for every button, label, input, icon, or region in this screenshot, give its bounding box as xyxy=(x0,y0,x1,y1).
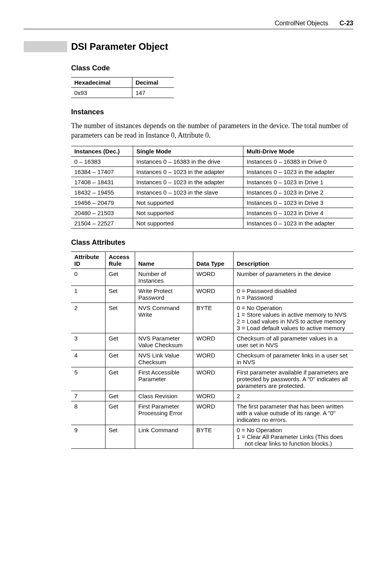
table-cell: WORD xyxy=(193,333,234,350)
table-cell: Get xyxy=(106,333,135,350)
table-cell: Instances 0 – 16383 in the drive xyxy=(133,156,243,166)
table-cell: Link Command xyxy=(135,425,193,448)
table-row: 4GetNVS Link Value ChecksumWORDChecksum … xyxy=(71,350,353,367)
table-cell: Number of Instances xyxy=(135,268,193,285)
table-cell: Instances 0 – 1023 in the adapter xyxy=(133,177,243,187)
table-cell: First parameter available if parameters … xyxy=(234,367,354,391)
table-cell: 17408 – 18431 xyxy=(71,177,133,187)
table-row: 21504 – 22527Not supportedInstances 0 – … xyxy=(71,218,353,228)
table-row: 0GetNumber of InstancesWORDNumber of par… xyxy=(71,268,353,285)
table-cell: Checksum of all parameter values in a us… xyxy=(234,333,354,350)
table-cell: WORD xyxy=(193,285,234,303)
table-cell: Not supported xyxy=(133,208,243,218)
table-cell: 3 xyxy=(71,333,106,350)
table-cell: Get xyxy=(106,350,135,367)
table-cell: 7 xyxy=(71,391,106,401)
table-cell: Not supported xyxy=(133,197,243,208)
table-row: 2SetNVS Command WriteBYTE0 = No Operatio… xyxy=(71,303,353,333)
table-cell: 0 = No Operation 1 = Store values in act… xyxy=(234,303,354,333)
table-cell: 8 xyxy=(71,401,106,425)
table-cell: Instances 0 – 1023 in the adapter xyxy=(133,166,243,177)
inst-h1: Single Mode xyxy=(133,146,243,156)
table-row: 18432 – 19455Instances 0 – 1023 in the s… xyxy=(71,187,353,197)
table-header-cell: Access Rule xyxy=(106,251,135,268)
table-cell: Get xyxy=(106,367,135,391)
class-code-heading: Class Code xyxy=(71,64,353,72)
table-cell: Instances 0 – 1023 in Drive 3 xyxy=(243,197,353,208)
table-cell: Instances 0 – 1023 in Drive 4 xyxy=(243,208,353,218)
class-attributes-heading: Class Attributes xyxy=(71,238,353,247)
table-cell: BYTE xyxy=(193,425,234,448)
table-cell: WORD xyxy=(193,268,234,285)
table-row: 1SetWrite Protect PasswordWORD0 = Passwo… xyxy=(71,285,353,303)
table-row: 5GetFirst Accessible ParameterWORDFirst … xyxy=(71,367,353,391)
table-cell: WORD xyxy=(193,367,234,391)
table-header-cell: Name xyxy=(135,251,193,268)
table-cell: Write Protect Password xyxy=(135,285,193,303)
table-cell: WORD xyxy=(193,401,234,425)
table-cell: First Accessible Parameter xyxy=(135,367,193,391)
table-cell: 18432 – 19455 xyxy=(71,187,133,197)
table-cell: Instances 0 – 1023 in Drive 1 xyxy=(243,177,353,187)
table-row: 20480 – 21503Not supportedInstances 0 – … xyxy=(71,208,353,218)
section-title: DSI Parameter Object xyxy=(24,41,353,52)
table-cell: Instances 0 – 16383 in Drive 0 xyxy=(243,156,353,166)
table-cell: 1 xyxy=(71,285,106,303)
class-attributes-table: Attribute IDAccess RuleNameData TypeDesc… xyxy=(71,251,353,449)
table-cell: WORD xyxy=(193,350,234,367)
class-code-table: Hexadecimal Decimal 0x93 147 xyxy=(71,77,174,98)
header-title: ControlNet Objects xyxy=(275,20,328,26)
table-cell: 0 = No Operation 1 = Clear All Parameter… xyxy=(234,425,354,448)
inst-h0: Instances (Dec.) xyxy=(71,146,133,156)
table-row: 17408 – 18431Instances 0 – 1023 in the a… xyxy=(71,177,353,187)
table-row: 3GetNVS Parameter Value ChecksumWORDChec… xyxy=(71,333,353,350)
inst-h2: Multi-Drive Mode xyxy=(243,146,353,156)
table-cell: Instances 0 – 1023 in the adapter xyxy=(243,218,353,228)
table-cell: 2 xyxy=(234,391,354,401)
cc-header-hex: Hexadecimal xyxy=(71,78,132,88)
table-cell: Set xyxy=(106,425,135,448)
table-cell: Set xyxy=(106,285,135,303)
table-cell: Class Revision xyxy=(135,391,193,401)
table-cell: 2 xyxy=(71,303,106,333)
table-row: 7GetClass RevisionWORD2 xyxy=(71,391,353,401)
table-cell: 4 xyxy=(71,350,106,367)
header-page-number: C-23 xyxy=(339,20,353,26)
page-header: ControlNet Objects C-23 xyxy=(24,20,353,29)
table-cell: Not supported xyxy=(133,218,243,228)
table-cell: BYTE xyxy=(193,303,234,333)
table-cell: Set xyxy=(106,303,135,333)
table-cell: 5 xyxy=(71,367,106,391)
table-cell: NVS Link Value Checksum xyxy=(135,350,193,367)
instances-table: Instances (Dec.) Single Mode Multi-Drive… xyxy=(71,146,353,229)
table-cell: Checksum of parameter links in a user se… xyxy=(234,350,354,367)
table-cell: 0 = Password disabled n = Password xyxy=(234,285,354,303)
table-cell: First Parameter Processing Error xyxy=(135,401,193,425)
table-row: 8GetFirst Parameter Processing ErrorWORD… xyxy=(71,401,353,425)
table-cell: 0 xyxy=(71,268,106,285)
indented-continuation: not clear links to function blocks.) xyxy=(237,440,350,447)
table-row: 19456 – 20479Not supportedInstances 0 – … xyxy=(71,197,353,208)
table-cell: Get xyxy=(106,391,135,401)
cc-header-dec: Decimal xyxy=(132,78,174,88)
table-cell: NVS Parameter Value Checksum xyxy=(135,333,193,350)
table-cell: Instances 0 – 1023 in the adapter xyxy=(243,166,353,177)
table-cell: Get xyxy=(106,401,135,425)
table-cell: NVS Command Write xyxy=(135,303,193,333)
table-cell: 16384 – 17407 xyxy=(71,166,133,177)
table-cell: WORD xyxy=(193,391,234,401)
instances-body-text: The number of instances depends on the n… xyxy=(71,121,353,140)
table-cell: 21504 – 22527 xyxy=(71,218,133,228)
table-header-cell: Attribute ID xyxy=(71,251,106,268)
table-cell: Instances 0 – 1023 in the slave xyxy=(133,187,243,197)
table-header-cell: Data Type xyxy=(193,251,234,268)
table-cell: 0 – 16383 xyxy=(71,156,133,166)
table-row: 9SetLink CommandBYTE0 = No Operation 1 =… xyxy=(71,425,353,448)
table-cell: The first parameter that has been writte… xyxy=(234,401,354,425)
table-cell: Instances 0 – 1023 in Drive 2 xyxy=(243,187,353,197)
table-cell: Number of parameters in the device xyxy=(234,268,354,285)
table-row: 0 – 16383Instances 0 – 16383 in the driv… xyxy=(71,156,353,166)
cc-hex-value: 0x93 xyxy=(71,88,132,98)
table-row: 16384 – 17407Instances 0 – 1023 in the a… xyxy=(71,166,353,177)
instances-heading: Instances xyxy=(71,108,353,116)
